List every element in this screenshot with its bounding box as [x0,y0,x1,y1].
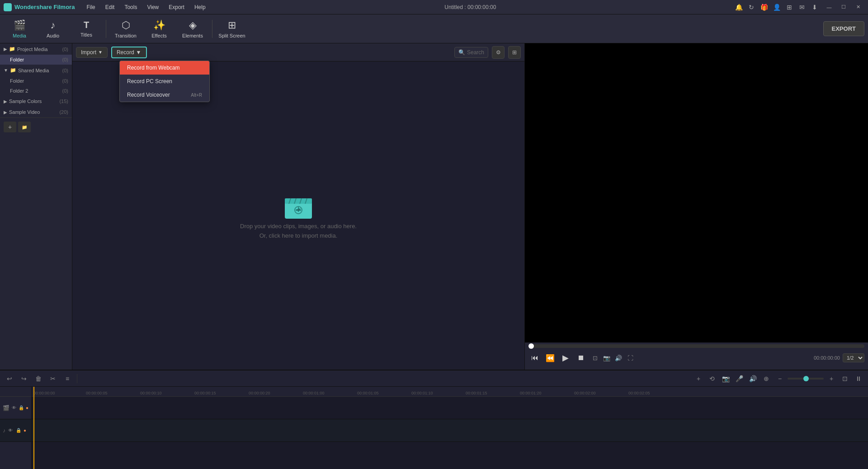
add-folder-button[interactable]: + [4,122,16,132]
shared-folder-2[interactable]: Folder 2 (0) [0,86,72,96]
layout-icon[interactable]: ⊞ [785,3,794,12]
tool-elements[interactable]: ◈ Elements [177,16,208,42]
camera-icon[interactable]: 📷 [720,373,731,385]
shared-folder-1-count: (0) [62,78,68,84]
add-track-button[interactable]: + [693,373,704,385]
notification-icon[interactable]: 🔔 [734,3,743,12]
shared-media-count: (0) [62,68,68,73]
volume-icon[interactable]: 🔊 [613,353,623,363]
menu-file[interactable]: File [82,2,99,12]
stop-button[interactable]: ⏹ [575,352,587,364]
shared-folder-1-label: Folder [10,78,24,84]
menu-bar: File Edit Tools View Export Help [82,2,210,12]
tool-split-screen[interactable]: ⊞ Split Screen [216,16,248,42]
play-button[interactable]: ▶ [559,352,572,364]
tool-media-label: Media [13,33,26,38]
sample-video-header[interactable]: ▶ Sample Video (20) [0,107,72,117]
shared-media-header[interactable]: ▼ 📁 Shared Media (0) [0,65,72,76]
import-chevron-icon: ▼ [98,50,103,55]
close-button[interactable]: ✕ [852,2,864,12]
time-mark-8: 00:00:01:15 [466,391,487,395]
step-back-button[interactable]: ⏪ [544,352,557,364]
media-drop-area[interactable]: Drop your video clips, images, or audio … [72,61,524,370]
timeline-divider-1 [77,374,77,383]
import-label: Import [81,49,96,56]
filter-button[interactable]: ⚙ [492,46,505,59]
progress-bar-container[interactable] [528,344,864,348]
view-toggle-button[interactable]: ⊞ [508,46,521,59]
record-webcam-label: Record from Webcam [127,65,179,71]
plus-zoom-icon[interactable]: + [826,373,837,385]
go-to-start-button[interactable]: ⏮ [528,352,541,364]
minus-zoom-icon[interactable]: − [774,373,786,385]
tool-media[interactable]: 🎬 Media [4,16,35,42]
sample-colors-header[interactable]: ▶ Sample Colors (15) [0,96,72,107]
fullscreen-icon[interactable]: ⛶ [625,353,635,363]
mail-icon[interactable]: ✉ [797,3,807,12]
account-icon[interactable]: 👤 [772,3,781,12]
time-mark-0: 00:00:00:00 [33,391,55,395]
menu-edit[interactable]: Edit [101,2,119,12]
folder-item-1[interactable]: Folder (0) [0,55,72,65]
zoom-slider[interactable] [788,378,824,380]
record-button[interactable]: Record ▼ [111,47,147,58]
mic-icon[interactable]: 🎤 [733,373,745,385]
add-subfolder-button[interactable]: 📁 [18,122,31,132]
time-mark-9: 00:00:01:20 [520,391,542,395]
tool-transition[interactable]: ⬡ Transition [110,16,142,42]
fit-icon[interactable]: ⊡ [839,373,851,385]
audio-track-row [32,419,868,442]
undo-button[interactable]: ↩ [4,373,15,385]
project-media-header[interactable]: ▶ 📁 Project Media (0) [0,43,72,55]
record-screen-item[interactable]: Record PC Screen [120,75,209,88]
tool-split-screen-label: Split Screen [218,33,245,38]
menu-tools[interactable]: Tools [120,2,142,12]
app-name: Wondershare Filmora [14,4,75,10]
tool-titles[interactable]: T Titles [71,16,102,42]
quality-select[interactable]: 1/2 Full 1/4 [843,353,864,362]
project-media-count: (0) [62,47,68,52]
split-screen-icon: ⊞ [228,19,236,31]
playhead[interactable] [33,387,34,469]
tool-titles-label: Titles [80,32,92,38]
audio-track-lock-icon[interactable]: 🔒 [15,427,22,434]
drop-line-1: Drop your video clips, images, or audio … [240,222,357,231]
snapshot-icon[interactable]: 📷 [602,353,612,363]
audio-track-eye-icon[interactable]: 👁 [7,427,14,434]
preview-panel: ⏮ ⏪ ▶ ⏹ ⊡ 📷 🔊 ⛶ 00:00:00:00 1/2 Full 1/4 [524,43,868,370]
cut-button[interactable]: ✂ [47,373,59,385]
delete-button[interactable]: 🗑 [33,373,44,385]
crop-preview-icon[interactable]: ⊡ [590,353,600,363]
main-toolbar: 🎬 Media ♪ Audio T Titles ⬡ Transition ✨ … [0,14,868,43]
svg-rect-13 [298,208,299,211]
minimize-button[interactable]: — [823,2,835,12]
video-track-link-icon: ● [26,405,28,410]
clapperboard-icon [283,190,314,222]
menu-view[interactable]: View [142,2,163,12]
tool-effects[interactable]: ✨ Effects [143,16,175,42]
app-logo: Wondershare Filmora [4,3,75,11]
video-track-lock-icon[interactable]: 🔒 [19,405,24,411]
playhead-dot [528,343,534,349]
update-icon[interactable]: ↻ [747,3,756,12]
redo-button[interactable]: ↪ [18,373,30,385]
record-voiceover-item[interactable]: Record Voiceover Alt+R [120,88,209,102]
import-button[interactable]: Import ▼ [76,47,108,58]
maximize-button[interactable]: ☐ [837,2,850,12]
export-button[interactable]: EXPORT [823,21,864,36]
record-webcam-item[interactable]: Record from Webcam [120,61,209,75]
search-box: 🔍 Search [454,47,488,58]
pause-render-icon[interactable]: ⏸ [853,373,864,385]
shared-folder-1[interactable]: Folder (0) [0,76,72,86]
split-icon[interactable]: ⊕ [760,373,772,385]
gift-icon[interactable]: 🎁 [760,3,769,12]
menu-export[interactable]: Export [164,2,189,12]
timeline-tracks: 🎬 👁 🔒 ● ♪ 👁 🔒 ● 00:00:00:00 00:00:00:05 … [0,387,868,469]
download-icon[interactable]: ⬇ [810,3,819,12]
tool-audio[interactable]: ♪ Audio [37,16,69,42]
speaker-icon[interactable]: 🔊 [747,373,759,385]
menu-help[interactable]: Help [190,2,210,12]
list-button[interactable]: ≡ [61,373,73,385]
connect-button[interactable]: ⟲ [706,373,718,385]
video-track-eye-icon[interactable]: 👁 [11,405,17,411]
